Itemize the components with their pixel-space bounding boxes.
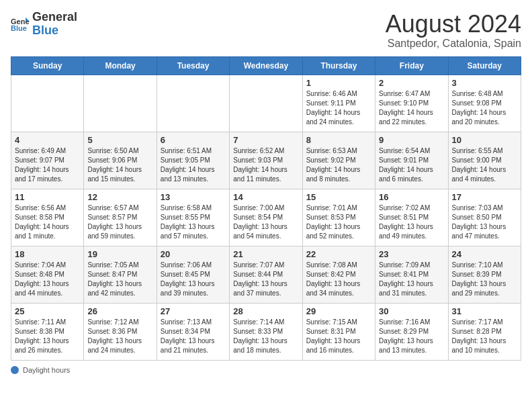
day-info: Sunrise: 6:53 AM Sunset: 9:02 PM Dayligh… bbox=[306, 146, 371, 184]
day-number: 13 bbox=[161, 192, 226, 202]
day-info: Sunrise: 7:10 AM Sunset: 8:39 PM Dayligh… bbox=[452, 261, 517, 298]
calendar-body: 1Sunrise: 6:46 AM Sunset: 9:11 PM Daylig… bbox=[11, 75, 521, 360]
day-number: 18 bbox=[15, 249, 80, 259]
sub-title: Santpedor, Catalonia, Spain bbox=[386, 38, 521, 50]
header: General Blue General Blue August 2024 Sa… bbox=[11, 11, 521, 50]
title-area: August 2024 Santpedor, Catalonia, Spain bbox=[386, 11, 521, 50]
calendar-cell: 28Sunrise: 7:14 AM Sunset: 8:33 PM Dayli… bbox=[230, 303, 302, 360]
header-day-thursday: Thursday bbox=[302, 56, 375, 75]
day-info: Sunrise: 6:51 AM Sunset: 9:05 PM Dayligh… bbox=[161, 146, 226, 184]
day-number: 16 bbox=[379, 192, 444, 202]
day-info: Sunrise: 7:02 AM Sunset: 8:51 PM Dayligh… bbox=[379, 203, 444, 241]
day-number: 21 bbox=[233, 249, 298, 259]
logo-icon: General Blue bbox=[11, 15, 30, 34]
day-info: Sunrise: 7:03 AM Sunset: 8:50 PM Dayligh… bbox=[452, 203, 517, 241]
day-number: 17 bbox=[452, 192, 517, 202]
calendar-cell: 4Sunrise: 6:49 AM Sunset: 9:07 PM Daylig… bbox=[11, 132, 84, 189]
calendar-cell: 14Sunrise: 7:00 AM Sunset: 8:54 PM Dayli… bbox=[230, 189, 302, 246]
calendar-week-1: 1Sunrise: 6:46 AM Sunset: 9:11 PM Daylig… bbox=[11, 75, 521, 132]
day-number: 3 bbox=[452, 78, 517, 88]
calendar-cell: 31Sunrise: 7:17 AM Sunset: 8:28 PM Dayli… bbox=[448, 303, 521, 360]
calendar-cell: 22Sunrise: 7:08 AM Sunset: 8:42 PM Dayli… bbox=[302, 246, 375, 303]
day-info: Sunrise: 6:56 AM Sunset: 8:58 PM Dayligh… bbox=[15, 203, 80, 241]
day-info: Sunrise: 6:54 AM Sunset: 9:01 PM Dayligh… bbox=[379, 146, 444, 184]
calendar-cell: 5Sunrise: 6:50 AM Sunset: 9:06 PM Daylig… bbox=[84, 132, 157, 189]
calendar-cell: 23Sunrise: 7:09 AM Sunset: 8:41 PM Dayli… bbox=[375, 246, 448, 303]
calendar-cell bbox=[230, 75, 302, 132]
calendar-cell: 6Sunrise: 6:51 AM Sunset: 9:05 PM Daylig… bbox=[157, 132, 229, 189]
day-info: Sunrise: 6:57 AM Sunset: 8:57 PM Dayligh… bbox=[87, 203, 152, 241]
day-number: 27 bbox=[161, 306, 226, 316]
header-day-sunday: Sunday bbox=[11, 56, 84, 75]
calendar-cell: 29Sunrise: 7:15 AM Sunset: 8:31 PM Dayli… bbox=[302, 303, 375, 360]
calendar-week-2: 4Sunrise: 6:49 AM Sunset: 9:07 PM Daylig… bbox=[11, 132, 521, 189]
day-number: 20 bbox=[161, 249, 226, 259]
day-info: Sunrise: 6:52 AM Sunset: 9:03 PM Dayligh… bbox=[233, 146, 298, 184]
day-info: Sunrise: 7:07 AM Sunset: 8:44 PM Dayligh… bbox=[233, 261, 298, 298]
calendar-cell: 1Sunrise: 6:46 AM Sunset: 9:11 PM Daylig… bbox=[302, 75, 375, 132]
day-info: Sunrise: 7:14 AM Sunset: 8:33 PM Dayligh… bbox=[233, 318, 298, 355]
calendar-cell bbox=[157, 75, 229, 132]
logo-text: General Blue bbox=[32, 11, 77, 38]
calendar-week-3: 11Sunrise: 6:56 AM Sunset: 8:58 PM Dayli… bbox=[11, 189, 521, 246]
calendar-week-5: 25Sunrise: 7:11 AM Sunset: 8:38 PM Dayli… bbox=[11, 303, 521, 360]
day-number: 25 bbox=[15, 306, 80, 316]
day-number: 12 bbox=[87, 192, 152, 202]
day-number: 11 bbox=[15, 192, 80, 202]
day-info: Sunrise: 7:06 AM Sunset: 8:45 PM Dayligh… bbox=[161, 261, 226, 298]
day-info: Sunrise: 6:55 AM Sunset: 9:00 PM Dayligh… bbox=[452, 146, 517, 184]
calendar-header: SundayMondayTuesdayWednesdayThursdayFrid… bbox=[11, 56, 521, 75]
day-number: 29 bbox=[306, 306, 371, 316]
day-info: Sunrise: 7:00 AM Sunset: 8:54 PM Dayligh… bbox=[233, 203, 298, 241]
calendar-cell: 19Sunrise: 7:05 AM Sunset: 8:47 PM Dayli… bbox=[84, 246, 157, 303]
calendar-cell: 2Sunrise: 6:47 AM Sunset: 9:10 PM Daylig… bbox=[375, 75, 448, 132]
footer-label: Daylight hours bbox=[23, 366, 70, 374]
header-row: SundayMondayTuesdayWednesdayThursdayFrid… bbox=[11, 56, 521, 75]
day-info: Sunrise: 6:46 AM Sunset: 9:11 PM Dayligh… bbox=[306, 89, 371, 127]
calendar-cell: 9Sunrise: 6:54 AM Sunset: 9:01 PM Daylig… bbox=[375, 132, 448, 189]
calendar-cell: 10Sunrise: 6:55 AM Sunset: 9:00 PM Dayli… bbox=[448, 132, 521, 189]
header-day-friday: Friday bbox=[375, 56, 448, 75]
day-number: 30 bbox=[379, 306, 444, 316]
svg-text:Blue: Blue bbox=[11, 24, 27, 32]
day-number: 2 bbox=[379, 78, 444, 88]
day-number: 6 bbox=[161, 135, 226, 145]
calendar-cell: 21Sunrise: 7:07 AM Sunset: 8:44 PM Dayli… bbox=[230, 246, 302, 303]
calendar-cell: 26Sunrise: 7:12 AM Sunset: 8:36 PM Dayli… bbox=[84, 303, 157, 360]
day-info: Sunrise: 7:04 AM Sunset: 8:48 PM Dayligh… bbox=[15, 261, 80, 298]
day-number: 22 bbox=[306, 249, 371, 259]
day-info: Sunrise: 7:12 AM Sunset: 8:36 PM Dayligh… bbox=[87, 318, 152, 355]
day-number: 24 bbox=[452, 249, 517, 259]
calendar-cell: 12Sunrise: 6:57 AM Sunset: 8:57 PM Dayli… bbox=[84, 189, 157, 246]
logo-blue: Blue bbox=[32, 24, 58, 37]
day-info: Sunrise: 6:58 AM Sunset: 8:55 PM Dayligh… bbox=[161, 203, 226, 241]
calendar-cell: 8Sunrise: 6:53 AM Sunset: 9:02 PM Daylig… bbox=[302, 132, 375, 189]
day-number: 31 bbox=[452, 306, 517, 316]
day-info: Sunrise: 6:50 AM Sunset: 9:06 PM Dayligh… bbox=[87, 146, 152, 184]
calendar-cell: 17Sunrise: 7:03 AM Sunset: 8:50 PM Dayli… bbox=[448, 189, 521, 246]
day-info: Sunrise: 7:11 AM Sunset: 8:38 PM Dayligh… bbox=[15, 318, 80, 355]
logo-general: General bbox=[32, 10, 77, 24]
header-day-tuesday: Tuesday bbox=[157, 56, 229, 75]
day-number: 8 bbox=[306, 135, 371, 145]
calendar-cell: 25Sunrise: 7:11 AM Sunset: 8:38 PM Dayli… bbox=[11, 303, 84, 360]
day-number: 7 bbox=[233, 135, 298, 145]
day-number: 15 bbox=[306, 192, 371, 202]
day-number: 5 bbox=[87, 135, 152, 145]
day-number: 19 bbox=[87, 249, 152, 259]
calendar-cell: 15Sunrise: 7:01 AM Sunset: 8:53 PM Dayli… bbox=[302, 189, 375, 246]
calendar-cell: 11Sunrise: 6:56 AM Sunset: 8:58 PM Dayli… bbox=[11, 189, 84, 246]
calendar-cell: 7Sunrise: 6:52 AM Sunset: 9:03 PM Daylig… bbox=[230, 132, 302, 189]
day-info: Sunrise: 7:15 AM Sunset: 8:31 PM Dayligh… bbox=[306, 318, 371, 355]
calendar-cell: 13Sunrise: 6:58 AM Sunset: 8:55 PM Dayli… bbox=[157, 189, 229, 246]
footer-dot bbox=[11, 366, 19, 374]
day-info: Sunrise: 6:48 AM Sunset: 9:08 PM Dayligh… bbox=[452, 89, 517, 127]
day-info: Sunrise: 7:17 AM Sunset: 8:28 PM Dayligh… bbox=[452, 318, 517, 355]
calendar-cell: 27Sunrise: 7:13 AM Sunset: 8:34 PM Dayli… bbox=[157, 303, 229, 360]
day-info: Sunrise: 7:08 AM Sunset: 8:42 PM Dayligh… bbox=[306, 261, 371, 298]
header-day-saturday: Saturday bbox=[448, 56, 521, 75]
day-number: 26 bbox=[87, 306, 152, 316]
calendar-cell bbox=[11, 75, 84, 132]
day-number: 10 bbox=[452, 135, 517, 145]
day-number: 23 bbox=[379, 249, 444, 259]
